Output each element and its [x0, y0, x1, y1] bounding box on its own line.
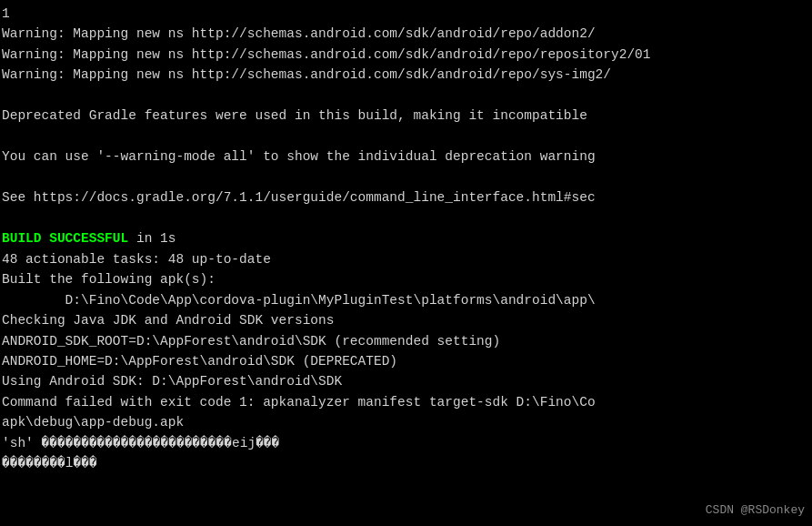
terminal-line: See https://docs.gradle.org/7.1.1/usergu… — [0, 187, 812, 207]
build-success-label: BUILD SUCCESSFUL — [2, 231, 128, 246]
watermark: CSDN @RSDonkey — [706, 503, 805, 517]
terminal-line: 48 actionable tasks: 48 up-to-date — [0, 249, 812, 269]
terminal-line: Using Android SDK: D:\AppForest\android\… — [0, 371, 812, 391]
terminal-line — [0, 86, 812, 106]
terminal-line: Warning: Mapping new ns http://schemas.a… — [0, 65, 812, 85]
terminal-line: D:\Fino\Code\App\cordova-plugin\MyPlugin… — [0, 290, 812, 310]
terminal-line: 'sh' ������������������������eij��� — [0, 433, 812, 453]
terminal-line: You can use '--warning-mode all' to show… — [0, 147, 812, 167]
terminal-line: BUILD SUCCESSFUL in 1s — [0, 228, 812, 248]
terminal-line: Checking Java JDK and Android SDK versio… — [0, 310, 812, 330]
terminal-line: Warning: Mapping new ns http://schemas.a… — [0, 45, 812, 65]
terminal-line: 1 — [0, 4, 812, 24]
terminal-line: Command failed with exit code 1: apkanal… — [0, 392, 812, 412]
terminal-line: apk\debug\app-debug.apk — [0, 412, 812, 432]
terminal-line: Deprecated Gradle features were used in … — [0, 106, 812, 126]
terminal-line: Built the following apk(s): — [0, 269, 812, 289]
terminal-line: ��������l��� — [0, 453, 812, 473]
terminal-output: 1Warning: Mapping new ns http://schemas.… — [0, 4, 812, 474]
terminal-line: ANDROID_HOME=D:\AppForest\android\SDK (D… — [0, 351, 812, 371]
terminal-window: 1Warning: Mapping new ns http://schemas.… — [0, 0, 812, 526]
terminal-line: Warning: Mapping new ns http://schemas.a… — [0, 24, 812, 44]
terminal-line — [0, 126, 812, 147]
build-time-label: in 1s — [128, 231, 175, 246]
terminal-line — [0, 208, 812, 228]
terminal-line — [0, 167, 812, 187]
terminal-line: ANDROID_SDK_ROOT=D:\AppForest\android\SD… — [0, 331, 812, 351]
